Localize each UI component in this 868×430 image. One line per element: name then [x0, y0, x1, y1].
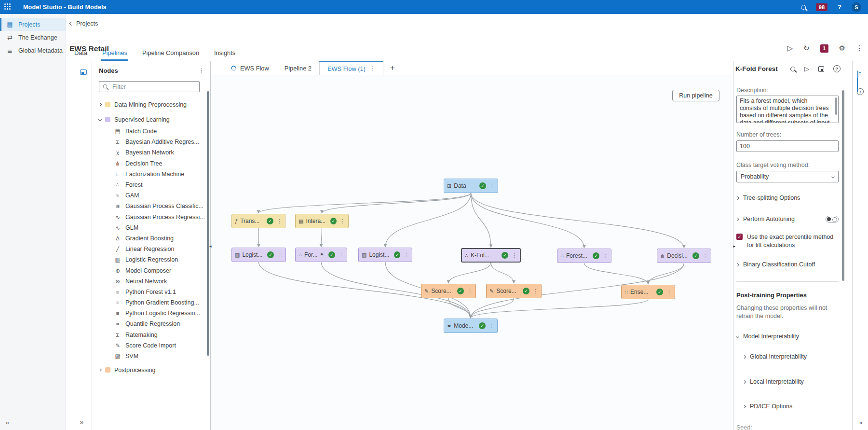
palette-node-item[interactable]: ∿ GLM	[92, 222, 210, 233]
more-menu-icon[interactable]: ⋮	[856, 44, 863, 53]
autotuning-toggle[interactable]	[826, 216, 839, 222]
palette-node-item[interactable]: ≡ Python Gradient Boosting...	[92, 297, 210, 308]
voting-method-select[interactable]: Probability	[736, 171, 839, 182]
nodes-panel-collapse-icon[interactable]: »	[80, 418, 83, 426]
palette-node-item[interactable]: Σ Ratemaking	[92, 330, 210, 340]
palette-node-item[interactable]: ▨ SVM	[92, 351, 210, 361]
filter-input[interactable]	[99, 81, 200, 92]
run-pipeline-button[interactable]: Run pipeline	[672, 90, 719, 101]
node-menu-icon[interactable]: ⋮	[276, 218, 282, 224]
exact-percentile-checkbox-row[interactable]: ✓ Use the exact percentile method for li…	[736, 233, 839, 250]
palette-node-item[interactable]: ∆ Gradient Boosting	[92, 233, 210, 244]
palette-node-item[interactable]: ≈ Quantile Regression	[92, 319, 210, 329]
palette-node-item[interactable]: ╱ Linear Regression	[92, 244, 210, 254]
user-avatar[interactable]: S	[852, 2, 861, 12]
pipeline-node[interactable]: ⊞ Data ✓ ⋮	[444, 179, 498, 193]
node-menu-icon[interactable]: ⋮	[511, 252, 517, 259]
search-icon[interactable]	[801, 5, 806, 10]
pipeline-node[interactable]: ✎ Score... ✓ ⋮	[421, 284, 476, 298]
pipeline-node[interactable]: ∷ Ense... ✓ ⋮	[621, 285, 675, 299]
pipeline-node[interactable]: ≍ Mode... ✓ ⋮	[444, 319, 498, 333]
palette-node-item[interactable]: ⊗ Neural Network	[92, 276, 210, 287]
tree-splitting-section[interactable]: Tree-splitting Options	[736, 194, 839, 201]
pipeline-tab[interactable]: Pipeline 2 ⋮	[277, 61, 319, 75]
palette-node-item[interactable]: ≡ Python Forest v1.1	[92, 287, 210, 297]
model-interpretability-section[interactable]: Model Interpretability	[736, 333, 839, 340]
node-options-icon[interactable]	[857, 70, 858, 78]
node-menu-icon[interactable]: ⋮	[466, 288, 473, 294]
global-interpretability-section[interactable]: Global Interpretability	[743, 353, 839, 360]
palette-node-item[interactable]: ≡ Python Logistic Regressio...	[92, 308, 210, 319]
pipeline-node[interactable]: ▤ Intera... ✓ ⋮	[295, 214, 349, 228]
refresh-icon[interactable]: ↻	[803, 44, 810, 53]
run-node-icon[interactable]: ▷	[804, 65, 809, 72]
properties-scrollbar[interactable]	[842, 90, 844, 281]
sidebar-item[interactable]: ≣ Global Metadata	[0, 44, 66, 57]
palette-node-item[interactable]: ≋ Gaussian Process Classific...	[92, 201, 210, 211]
pipeline-node[interactable]: ⋔ Decisi... ✓ ⋮	[657, 249, 711, 263]
description-scrollbar[interactable]	[835, 97, 837, 115]
sidebar-item[interactable]: ▤ Projects	[0, 18, 66, 31]
local-interpretability-section[interactable]: Local Interpretability	[743, 378, 839, 385]
run-count-badge[interactable]: 1	[820, 44, 828, 53]
palette-node-item[interactable]: χ Bayesian Network	[92, 147, 210, 158]
binary-cutoff-section[interactable]: Binary Classification Cutoff	[736, 261, 839, 268]
breadcrumb[interactable]: Projects	[70, 20, 98, 27]
project-tab[interactable]: Insights	[213, 49, 236, 61]
open-results-icon[interactable]	[818, 66, 824, 72]
palette-node-item[interactable]: ≈ GAM	[92, 190, 210, 201]
checkbox-checked-icon[interactable]: ✓	[736, 234, 743, 240]
node-menu-icon[interactable]: ⋮	[276, 252, 283, 258]
nodes-panel-scrollbar[interactable]	[207, 91, 209, 356]
properties-collapse-icon[interactable]: «	[859, 419, 863, 426]
node-menu-icon[interactable]: ⋮	[339, 218, 345, 224]
project-tab[interactable]: Pipelines	[101, 49, 128, 61]
float-panel-icon[interactable]	[80, 69, 87, 75]
palette-node-item[interactable]: ⊕ Model Composer	[92, 265, 210, 276]
help-icon[interactable]: ?	[838, 3, 841, 11]
palette-group-row[interactable]: Supervised Learning	[92, 113, 210, 126]
properties-search-icon[interactable]	[790, 67, 795, 71]
palette-node-item[interactable]: ✎ Score Code Import	[92, 340, 210, 351]
palette-node-item[interactable]: ∴ Forest	[92, 180, 210, 190]
pipeline-node[interactable]: ∴ For... ⚑ ✓ ⋮	[295, 248, 347, 262]
palette-node-item[interactable]: ▤ Batch Code	[92, 126, 210, 137]
palette-node-item[interactable]: ▥ Logistic Regression	[92, 254, 210, 265]
node-menu-icon[interactable]: ⋮	[488, 323, 494, 329]
palette-group-row[interactable]: Data Mining Preprocessing	[92, 98, 210, 111]
autotuning-section[interactable]: Perform Autotuning	[736, 216, 839, 222]
pdice-options-section[interactable]: PD/ICE Options	[743, 403, 839, 410]
nodes-panel-menu-icon[interactable]: ⋮	[198, 67, 204, 74]
description-textarea[interactable]: Fits a forest model, which consists of m…	[736, 96, 839, 123]
pipeline-node[interactable]: ∴ Forest... ✓ ⋮	[557, 249, 611, 263]
notification-badge[interactable]: 98	[816, 3, 827, 11]
palette-node-item[interactable]: ∿ Gaussian Process Regressi...	[92, 212, 210, 222]
pipeline-node[interactable]: ∴ K-Fol... ✓ ⋮	[461, 248, 521, 263]
pipeline-node[interactable]: ✎ Score... ✓ ⋮	[486, 284, 542, 298]
sidebar-item[interactable]: ⇄ The Exchange	[0, 31, 66, 44]
node-menu-icon[interactable]: ⋮	[338, 252, 344, 258]
number-of-trees-input[interactable]	[736, 140, 839, 152]
run-icon[interactable]: ▷	[787, 44, 793, 53]
project-tab[interactable]: Pipeline Comparison	[141, 49, 200, 61]
node-menu-icon[interactable]: ⋮	[602, 253, 608, 259]
node-help-icon[interactable]: ?	[833, 65, 841, 72]
node-info-icon[interactable]: i	[857, 88, 864, 95]
palette-node-item[interactable]: Σ Bayesian Additive Regres...	[92, 137, 210, 147]
pipeline-node[interactable]: ▥ Logist... ✓ ⋮	[358, 248, 412, 262]
app-switcher-icon[interactable]	[4, 3, 12, 11]
palette-node-item[interactable]: ∟ Factorization Machine	[92, 169, 210, 180]
project-tab[interactable]: Data	[73, 49, 88, 61]
pipeline-tab[interactable]: EWS Flow ⋮	[223, 61, 277, 75]
node-menu-icon[interactable]: ⋮	[665, 289, 672, 295]
pipeline-node[interactable]: ▥ Logist... ✓ ⋮	[231, 248, 286, 262]
right-panel-resize-handle[interactable]: ▸	[733, 244, 735, 249]
node-menu-icon[interactable]: ⋮	[488, 183, 495, 189]
pipeline-node[interactable]: ƒ Trans... ✓ ⋮	[231, 214, 285, 228]
node-menu-icon[interactable]: ⋮	[702, 253, 708, 259]
pipeline-tab[interactable]: EWS Flow (1) ⋮	[319, 61, 383, 75]
sidebar-collapse-icon[interactable]: «	[6, 419, 9, 426]
pipeline-canvas[interactable]: ⊞ Data ✓ ⋮ ƒ Trans... ✓ ⋮ ▤ Intera...	[211, 61, 734, 430]
palette-node-item[interactable]: ⋔ Decision Tree	[92, 158, 210, 169]
left-panel-resize-handle[interactable]: ◂	[209, 244, 212, 249]
